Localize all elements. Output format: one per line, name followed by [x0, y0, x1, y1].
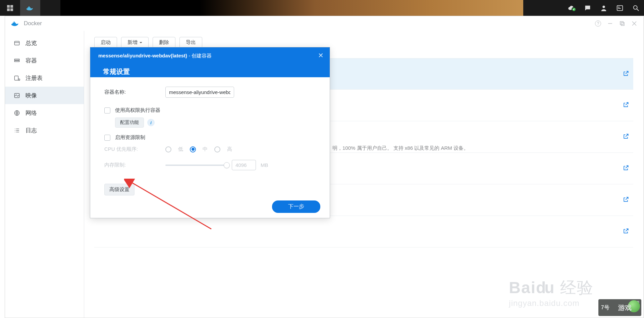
search-icon	[632, 4, 640, 12]
privileged-label: 使用高权限执行容器	[115, 107, 160, 113]
desktop-background-strip	[60, 0, 523, 16]
next-button[interactable]: 下一步	[272, 200, 320, 213]
docker-logo-icon	[11, 20, 20, 27]
image-icon	[14, 92, 20, 99]
dialog-footer: 下一步	[90, 195, 330, 218]
sidebar-item-log[interactable]: 日志	[5, 122, 84, 139]
container-name-label: 容器名称:	[104, 89, 165, 95]
svg-point-0	[602, 5, 605, 8]
user-icon	[600, 4, 607, 12]
container-icon	[14, 57, 20, 64]
sidebar-item-container[interactable]: 容器	[5, 52, 84, 69]
memory-limit-label: 内存限制:	[104, 162, 165, 168]
info-icon[interactable]: i	[147, 119, 155, 126]
close-button[interactable]	[631, 20, 637, 27]
sidebar-item-label: 总览	[25, 39, 37, 47]
svg-rect-13	[14, 59, 19, 60]
container-name-input[interactable]	[165, 87, 234, 98]
sidebar-item-label: 注册表	[25, 74, 43, 82]
container-name-row: 容器名称:	[104, 87, 316, 98]
memory-slider	[165, 165, 227, 166]
svg-rect-8	[621, 22, 624, 26]
log-icon	[14, 127, 20, 134]
svg-line-5	[637, 9, 639, 11]
dialog-body: 容器名称: 使用高权限执行容器 配置功能 i 启用资源限制 CPU 优先顺序: …	[90, 77, 330, 195]
sidebar-item-label: 日志	[25, 127, 37, 134]
sidebar-item-image[interactable]: 映像	[5, 87, 84, 104]
open-external-icon[interactable]	[623, 196, 629, 204]
open-external-icon[interactable]	[623, 165, 629, 172]
image-description-fragment: 明，100% 属于用户自己。 支持 x86 以及常见的 ARM 设备。	[332, 145, 469, 151]
taskbar-left	[0, 0, 40, 16]
sidebar-item-label: 映像	[25, 92, 37, 99]
dialog-breadcrumb: messense/aliyundrive-webdav(latest) - 创建…	[98, 53, 322, 59]
taskbar-chat[interactable]	[580, 0, 596, 16]
svg-rect-7	[620, 21, 623, 25]
open-external-icon[interactable]	[623, 70, 629, 78]
memory-slider-wrap: MB	[165, 160, 268, 170]
launch-button[interactable]: 启动	[94, 37, 117, 48]
cpu-radio-mid	[190, 146, 196, 152]
game-watermark: .com 游戏 7号	[598, 299, 641, 316]
sidebar-item-overview[interactable]: 总览	[5, 34, 84, 52]
help-button[interactable]: ?	[595, 20, 601, 27]
registry-icon	[14, 75, 20, 81]
sidebar: 总览 容器 注册表 映像 网络 日志	[5, 31, 84, 318]
svg-point-4	[634, 5, 637, 9]
open-external-icon[interactable]	[623, 101, 629, 109]
network-icon	[14, 110, 20, 116]
app-title: Docker	[24, 20, 42, 27]
export-button[interactable]: 导出	[179, 37, 202, 48]
svg-rect-15	[14, 76, 18, 80]
cpu-priority-label: CPU 优先顺序:	[104, 146, 165, 152]
taskbar-cloud-status[interactable]	[564, 0, 580, 16]
svg-rect-11	[14, 41, 19, 45]
cpu-radio-low	[165, 146, 171, 152]
open-external-icon[interactable]	[623, 228, 629, 235]
dialog-close-button[interactable]: ✕	[318, 52, 324, 59]
configure-caps-button[interactable]: 配置功能	[115, 118, 144, 128]
toolbar: 启动 新增 删除 导出	[94, 37, 633, 48]
create-container-dialog: messense/aliyundrive-webdav(latest) - 创建…	[90, 47, 330, 218]
taskbar-app-launcher[interactable]	[0, 0, 20, 16]
advanced-settings-button[interactable]: 高级设置	[104, 184, 135, 195]
resource-limit-checkbox[interactable]	[104, 135, 110, 141]
whale-icon	[26, 5, 34, 11]
check-badge-icon	[572, 7, 576, 12]
app-titlebar: Docker ?	[5, 16, 643, 31]
dialog-title: 常规设置	[103, 67, 322, 76]
svg-point-16	[18, 79, 20, 80]
svg-rect-14	[14, 60, 19, 61]
sidebar-item-label: 容器	[25, 57, 37, 64]
grid-icon	[7, 5, 13, 11]
privileged-row: 使用高权限执行容器	[104, 107, 316, 113]
sidebar-item-network[interactable]: 网络	[5, 104, 84, 122]
open-external-icon[interactable]	[623, 133, 629, 141]
sidebar-item-registry[interactable]: 注册表	[5, 69, 84, 87]
taskbar-docker-tab[interactable]	[20, 0, 40, 16]
advanced-settings-wrap: 高级设置	[104, 184, 316, 195]
new-button[interactable]: 新增	[121, 37, 149, 48]
taskbar-search[interactable]	[628, 0, 644, 16]
svg-rect-3	[618, 8, 621, 9]
svg-rect-2	[618, 7, 620, 7]
window-controls: ?	[595, 20, 637, 27]
memory-value-input	[232, 160, 256, 170]
privileged-checkbox[interactable]	[104, 107, 110, 113]
overview-icon	[14, 40, 20, 46]
chat-icon	[584, 4, 591, 12]
minimize-button[interactable]	[607, 20, 613, 27]
configure-caps-row: 配置功能 i	[115, 118, 316, 128]
breadcrumb-image: messense/aliyundrive-webdav(latest)	[98, 53, 187, 58]
taskbar-user[interactable]	[596, 0, 612, 16]
taskbar-right	[564, 0, 644, 16]
baidu-watermark: Baidu Baidu 经验经验 jingyan.baidu.com	[509, 277, 594, 308]
delete-button[interactable]: 删除	[153, 37, 175, 48]
cpu-radio-group: 低 中 高	[165, 146, 232, 152]
list-item[interactable]	[94, 216, 633, 247]
taskbar-widgets[interactable]	[612, 0, 628, 16]
sidebar-item-label: 网络	[25, 109, 37, 117]
cpu-priority-row: CPU 优先顺序: 低 中 高	[104, 146, 316, 152]
maximize-button[interactable]	[619, 20, 625, 27]
dsm-taskbar	[0, 0, 644, 16]
